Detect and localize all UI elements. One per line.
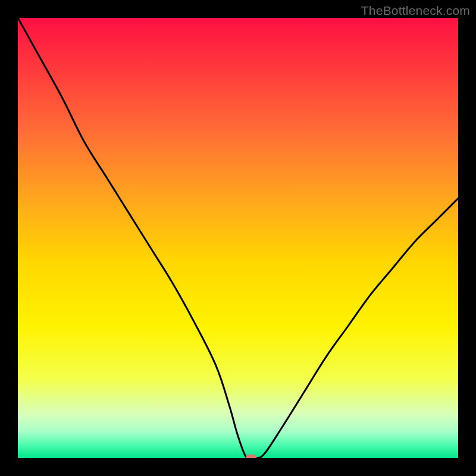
optimal-marker	[246, 455, 256, 458]
plot-area	[18, 18, 458, 458]
gradient-background	[18, 18, 458, 458]
watermark-text: TheBottleneck.com	[361, 4, 470, 18]
bottleneck-chart	[18, 18, 458, 458]
chart-frame: TheBottleneck.com	[0, 0, 476, 476]
